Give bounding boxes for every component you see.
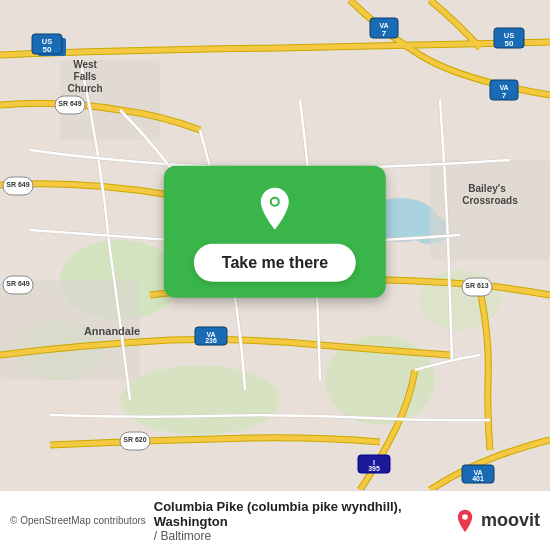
moovit-logo-icon xyxy=(453,509,477,533)
location-info: Columbia Pike (columbia pike wyndhill), … xyxy=(154,499,445,543)
location-pin-icon xyxy=(256,186,294,230)
attribution-text: © OpenStreetMap contributors xyxy=(10,515,146,526)
svg-text:Crossroads: Crossroads xyxy=(462,195,518,206)
moovit-logo: moovit xyxy=(453,509,540,533)
svg-text:SR 620: SR 620 xyxy=(123,436,146,443)
svg-text:Church: Church xyxy=(68,83,103,94)
svg-text:Falls: Falls xyxy=(74,71,97,82)
location-icon-wrapper xyxy=(256,186,294,234)
svg-text:Bailey's: Bailey's xyxy=(468,183,506,194)
svg-text:Annandale: Annandale xyxy=(84,325,140,337)
svg-text:50: 50 xyxy=(43,45,52,54)
svg-point-2 xyxy=(120,365,280,435)
openstreetmap-credit: © OpenStreetMap contributors xyxy=(10,515,146,526)
svg-text:236: 236 xyxy=(205,337,217,344)
location-name: Columbia Pike (columbia pike wyndhill), … xyxy=(154,499,445,529)
svg-text:50: 50 xyxy=(505,39,514,48)
svg-text:395: 395 xyxy=(368,465,380,472)
moovit-text: moovit xyxy=(481,510,540,531)
location-region: / Baltimore xyxy=(154,529,445,543)
svg-text:7: 7 xyxy=(382,29,387,38)
svg-text:SR 613: SR 613 xyxy=(465,282,488,289)
bottom-bar: © OpenStreetMap contributors Columbia Pi… xyxy=(0,490,550,550)
button-overlay: Take me there xyxy=(164,166,386,298)
take-me-there-button[interactable]: Take me there xyxy=(194,244,356,282)
svg-text:401: 401 xyxy=(472,475,484,482)
map-container: US US US 50 US 50 VA 7 VA 7 SR 649 SR 64… xyxy=(0,0,550,490)
take-me-there-card: Take me there xyxy=(164,166,386,298)
svg-text:VA: VA xyxy=(379,22,388,29)
svg-text:West: West xyxy=(73,59,97,70)
svg-point-60 xyxy=(462,514,468,520)
svg-text:SR 649: SR 649 xyxy=(6,280,29,287)
svg-text:SR 649: SR 649 xyxy=(6,181,29,188)
svg-text:VA: VA xyxy=(499,84,508,91)
svg-text:SR 649: SR 649 xyxy=(58,100,81,107)
svg-text:7: 7 xyxy=(502,91,507,100)
svg-point-59 xyxy=(272,199,278,205)
